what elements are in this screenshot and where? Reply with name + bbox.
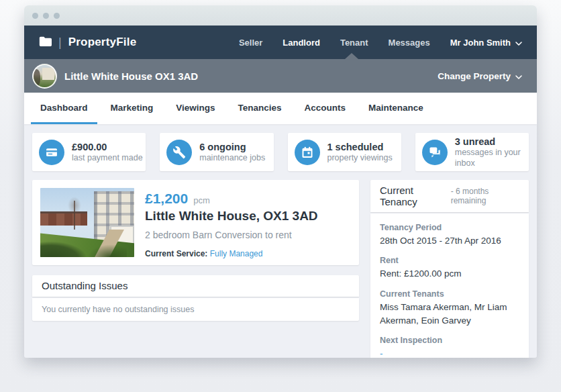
stat-title: 1 scheduled	[327, 141, 393, 153]
tab-tenancies[interactable]: Tenancies	[229, 93, 291, 124]
stat-subtitle: last payment made	[72, 153, 143, 164]
stat-title: 3 unread	[455, 136, 529, 148]
tab-dashboard[interactable]: Dashboard	[31, 93, 97, 124]
nav-item-landlord[interactable]: Landlord	[283, 38, 320, 48]
outstanding-issues-section: Outstanding Issues You currently have no…	[32, 275, 359, 321]
tenancy-field-period: Tenancy Period 28th Oct 2015 - 27th Apr …	[380, 223, 519, 248]
dashboard-content: £900.00 last payment made 6 ongoing main…	[24, 124, 537, 358]
tenancy-remaining: - 6 months remaining	[451, 187, 519, 205]
chat-icon	[422, 140, 448, 165]
tab-maintenance[interactable]: Maintenance	[359, 93, 433, 124]
next-inspection-link[interactable]: -	[380, 347, 519, 358]
change-property-button[interactable]: Change Property	[438, 71, 522, 81]
field-label: Next Inspection	[380, 336, 519, 345]
stat-title: 6 ongoing	[199, 141, 265, 153]
field-value: Rent: £1200.00 pcm	[380, 267, 519, 281]
current-tenancy-panel: Current Tenancy - 6 months remaining Ten…	[370, 180, 529, 358]
service-label: Current Service:	[145, 249, 207, 258]
listing-details: £1,200 pcm Little White House, OX1 3AD 2…	[145, 188, 318, 257]
listing-title: Little White House, OX1 3AD	[145, 209, 318, 224]
main-row: £1,200 pcm Little White House, OX1 3AD 2…	[32, 180, 529, 358]
outstanding-issues-header: Outstanding Issues	[32, 275, 359, 297]
tab-accounts[interactable]: Accounts	[295, 93, 356, 124]
current-tenancy-body: Tenancy Period 28th Oct 2015 - 27th Apr …	[370, 213, 529, 358]
stat-card-viewings[interactable]: 1 scheduled property viewings	[288, 133, 401, 171]
field-value: Miss Tamara Akerman, Mr Liam Akerman, Eo…	[380, 301, 519, 328]
tab-marketing[interactable]: Marketing	[101, 93, 163, 124]
stat-subtitle: property viewings	[327, 153, 393, 164]
logo-divider: |	[58, 36, 62, 50]
window-dot[interactable]	[43, 13, 49, 19]
stat-title: £900.00	[72, 141, 143, 153]
nav-items: Seller Landlord Tenant Messages Mr John …	[239, 38, 522, 48]
chevron-down-icon	[515, 38, 522, 48]
price-line: £1,200 pcm	[145, 191, 318, 207]
property-bar: Little White House OX1 3AD Change Proper…	[24, 59, 537, 93]
field-label: Current Tenants	[380, 289, 519, 299]
service-line: Current Service: Fully Managed	[145, 249, 318, 258]
wrench-icon	[166, 140, 192, 165]
folder-icon	[39, 36, 52, 49]
user-menu[interactable]: Mr John Smith	[450, 38, 522, 48]
top-navbar: | PropertyFile Seller Landlord Tenant Me…	[24, 26, 537, 59]
listing-card[interactable]: £1,200 pcm Little White House, OX1 3AD 2…	[32, 180, 359, 265]
propertyfile-logo[interactable]: | PropertyFile	[39, 36, 136, 50]
logo-text: PropertyFile	[68, 36, 137, 49]
stat-card-last-payment[interactable]: £900.00 last payment made	[32, 133, 146, 171]
stat-text: £900.00 last payment made	[72, 141, 143, 164]
property-photo	[40, 188, 134, 257]
browser-chrome	[24, 5, 537, 26]
nav-item-messages[interactable]: Messages	[389, 38, 430, 48]
stat-text: 1 scheduled property viewings	[327, 141, 393, 164]
active-nav-notch	[345, 53, 358, 59]
nav-item-tenant[interactable]: Tenant	[340, 38, 368, 48]
current-tenancy-header: Current Tenancy - 6 months remaining	[370, 180, 529, 212]
listing-price-unit: pcm	[193, 195, 210, 205]
window-dot[interactable]	[32, 13, 38, 19]
credit-card-icon	[39, 140, 64, 165]
tenancy-field-tenants: Current Tenants Miss Tamara Akerman, Mr …	[380, 289, 519, 328]
field-label: Tenancy Period	[380, 223, 519, 232]
stat-subtitle: messages in your inbox	[455, 148, 529, 168]
calendar-icon	[295, 140, 320, 165]
field-value: 28th Oct 2015 - 27th Apr 2016	[380, 234, 519, 248]
stats-row: £900.00 last payment made 6 ongoing main…	[32, 133, 529, 171]
listing-description: 2 bedroom Barn Conversion to rent	[145, 230, 318, 240]
user-name: Mr John Smith	[450, 38, 511, 48]
stat-text: 3 unread messages in your inbox	[455, 136, 529, 168]
tenancy-field-next-inspection: Next Inspection -	[380, 336, 519, 358]
outstanding-issues-body: You currently have no outstanding issues	[32, 298, 359, 321]
left-column: £1,200 pcm Little White House, OX1 3AD 2…	[32, 180, 359, 321]
current-tenancy-title: Current Tenancy	[380, 185, 447, 207]
app-window: | PropertyFile Seller Landlord Tenant Me…	[24, 5, 537, 358]
outstanding-issues-title: Outstanding Issues	[42, 280, 128, 291]
tab-viewings[interactable]: Viewings	[166, 93, 224, 124]
property-avatar	[32, 64, 57, 89]
stat-card-messages[interactable]: 3 unread messages in your inbox	[415, 133, 529, 171]
property-bar-title: Little White House OX1 3AD	[64, 70, 198, 82]
field-label: Rent	[380, 256, 519, 265]
listing-price: £1,200	[145, 191, 188, 207]
window-dot[interactable]	[54, 13, 60, 19]
tenancy-field-rent: Rent Rent: £1200.00 pcm	[380, 256, 519, 281]
stat-text: 6 ongoing maintenance jobs	[199, 141, 265, 164]
change-property-label: Change Property	[438, 71, 511, 81]
service-value-link[interactable]: Fully Managed	[210, 249, 263, 258]
stat-subtitle: maintenance jobs	[199, 153, 265, 164]
stat-card-maintenance-jobs[interactable]: 6 ongoing maintenance jobs	[160, 133, 273, 171]
chevron-down-icon	[515, 71, 522, 81]
tab-bar: Dashboard Marketing Viewings Tenancies A…	[24, 93, 537, 124]
nav-item-seller[interactable]: Seller	[239, 38, 262, 48]
